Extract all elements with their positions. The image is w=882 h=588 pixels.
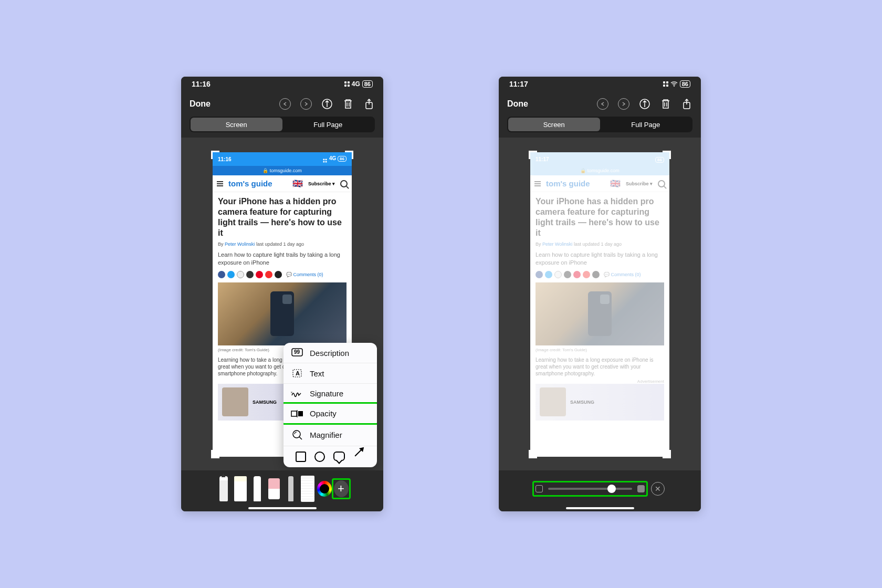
- ad-model-graphic: [540, 387, 566, 416]
- facebook-icon: [218, 271, 225, 278]
- pinterest-icon: [573, 271, 581, 278]
- editor-toolbar: Done Screen Full Page: [181, 91, 383, 138]
- search-icon: [658, 180, 665, 187]
- hero-image: [218, 282, 346, 345]
- description-icon: 99: [291, 348, 303, 358]
- menu-opacity[interactable]: Opacity: [284, 403, 377, 423]
- pen-tool[interactable]: [216, 476, 231, 501]
- share-button[interactable]: [681, 98, 692, 110]
- text-icon: A: [291, 369, 303, 378]
- screenshot-status-bar: 11:17 86: [530, 152, 669, 166]
- whatsapp-icon: [237, 271, 244, 278]
- tab-screen[interactable]: Screen: [508, 118, 600, 131]
- shape-arrow[interactable]: [355, 448, 364, 457]
- undo-button[interactable]: [597, 98, 608, 110]
- email-icon: [592, 271, 600, 278]
- status-right: 86: [663, 80, 690, 88]
- pinterest-icon: [256, 271, 263, 278]
- crop-handle-tl[interactable]: [211, 151, 219, 159]
- done-button[interactable]: Done: [190, 99, 211, 109]
- svg-text:99: 99: [294, 349, 300, 355]
- crop-handle-br[interactable]: [663, 450, 671, 458]
- comments-link: 💬 Comments (0): [286, 272, 323, 277]
- opacity-slider-group: [536, 485, 645, 492]
- svg-text:x: x: [291, 391, 292, 394]
- screenshot-preview: 11:17 86 🔒 tomsguide.com tom's guide 🇬🇧 …: [499, 138, 701, 471]
- ios-status-bar: 11:16 4G 86: [181, 77, 383, 91]
- home-indicator: [248, 507, 317, 509]
- add-button[interactable]: +: [334, 480, 349, 497]
- battery-icon: 86: [362, 80, 373, 88]
- flipboard-icon: [265, 271, 272, 278]
- menu-label: Signature: [310, 389, 343, 398]
- hero-phone-graphic: [588, 291, 612, 336]
- tab-screen[interactable]: Screen: [191, 118, 282, 131]
- highlighter-tool[interactable]: [233, 476, 248, 501]
- crop-handle-bl[interactable]: [529, 450, 537, 458]
- menu-description[interactable]: 99 Description: [284, 343, 377, 363]
- redo-button[interactable]: [618, 98, 629, 110]
- article-byline: By Peter Wolinski last updated 1 day ago: [218, 242, 346, 247]
- tab-full-page[interactable]: Full Page: [282, 118, 374, 131]
- site-logo: tom's guide: [228, 179, 287, 188]
- close-button[interactable]: ✕: [651, 482, 665, 496]
- eraser-tool[interactable]: [267, 478, 281, 499]
- menu-magnifier[interactable]: Magnifier: [284, 423, 377, 446]
- article-byline: By Peter Wolinski last updated 1 day ago: [536, 242, 664, 247]
- flag-icon: 🇬🇧: [292, 178, 303, 188]
- crop-frame[interactable]: 11:17 86 🔒 tomsguide.com tom's guide 🇬🇧 …: [530, 152, 669, 457]
- ad-brand: SAMSUNG: [570, 400, 594, 405]
- opacity-slider[interactable]: [548, 488, 632, 490]
- svg-point-12: [674, 86, 675, 87]
- social-row: 💬 Comments (0): [536, 271, 664, 278]
- shape-speech-bubble[interactable]: [333, 452, 345, 461]
- shape-circle[interactable]: [314, 452, 325, 462]
- done-button[interactable]: Done: [507, 99, 528, 109]
- hero-phone-graphic: [270, 291, 294, 336]
- facebook-icon: [536, 271, 543, 278]
- hamburger-icon: [534, 181, 541, 186]
- color-picker[interactable]: [317, 481, 332, 497]
- ruler-tool[interactable]: [300, 476, 315, 502]
- menu-label: Opacity: [310, 409, 337, 418]
- trash-button[interactable]: [660, 98, 671, 110]
- view-segmented-control[interactable]: Screen Full Page: [507, 117, 692, 132]
- add-button-wrap: +: [334, 480, 349, 497]
- author-link: Peter Wolinski: [225, 242, 255, 247]
- status-time: 11:16: [192, 80, 211, 88]
- article-lede: Learn how to capture light trails by tak…: [218, 251, 346, 267]
- add-menu-popup: 99 Description A Text x Signature Opacit…: [284, 343, 377, 467]
- flag-icon: 🇬🇧: [610, 178, 621, 188]
- share-button[interactable]: [363, 98, 375, 110]
- article-headline: Your iPhone has a hidden pro camera feat…: [536, 196, 664, 238]
- site-nav: tom's guide 🇬🇧 Subscribe ▾: [530, 175, 669, 192]
- phone-right: 11:17 86 Done Screen Full Page: [499, 77, 701, 511]
- article-lede: Learn how to capture light trails by tak…: [536, 251, 664, 267]
- markup-pen-icon[interactable]: [321, 98, 333, 110]
- whatsapp-icon: [554, 271, 562, 278]
- redo-button[interactable]: [300, 98, 312, 110]
- markup-pen-icon[interactable]: [639, 98, 650, 110]
- status-time: 11:17: [509, 80, 528, 88]
- screenshot-status-bar: 11:16 4G 86: [213, 152, 352, 166]
- stylus-tool[interactable]: [284, 476, 298, 501]
- shape-square[interactable]: [296, 452, 306, 462]
- tab-full-page[interactable]: Full Page: [600, 118, 692, 131]
- crop-handle-tr[interactable]: [345, 151, 353, 159]
- trash-button[interactable]: [342, 98, 354, 110]
- pencil-tool[interactable]: [250, 476, 265, 501]
- undo-button[interactable]: [279, 98, 291, 110]
- home-indicator: [566, 507, 634, 509]
- ad-banner: SAMSUNG: [536, 384, 664, 421]
- markup-toolbar: +: [181, 470, 383, 511]
- view-segmented-control[interactable]: Screen Full Page: [190, 117, 375, 132]
- article-paragraph: Learning how to take a long exposure on …: [536, 356, 664, 377]
- slider-thumb[interactable]: [607, 485, 616, 493]
- ad-brand: SAMSUNG: [253, 400, 277, 405]
- menu-signature[interactable]: x Signature: [284, 383, 377, 403]
- menu-text[interactable]: A Text: [284, 363, 377, 383]
- crop-handle-bl[interactable]: [211, 450, 219, 458]
- wifi-icon: [670, 81, 678, 87]
- safari-url-bar: 🔒 tomsguide.com: [213, 166, 352, 175]
- comments-link: 💬 Comments (0): [604, 272, 641, 277]
